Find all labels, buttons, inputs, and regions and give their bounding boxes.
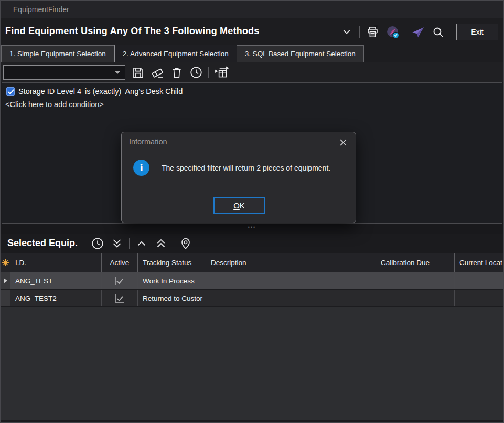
cell-tracking-status[interactable]: Work In Process	[138, 272, 206, 289]
condition-checkbox[interactable]	[6, 87, 15, 96]
selected-equip-band: Selected Equip.	[1, 234, 503, 253]
tab-advanced-equipment-selection[interactable]: 2. Advanced Equipment Selection	[114, 45, 237, 62]
exit-label-pre: E	[471, 28, 476, 36]
clear-filter-eraser-icon[interactable]	[150, 65, 165, 80]
app-title: EquipmentFinder	[13, 5, 69, 14]
tab-simple-equipment-selection[interactable]: 1. Simple Equipment Selection	[1, 45, 114, 62]
dialog-message: The specified filter will return 2 piece…	[162, 164, 330, 172]
ok-label-key: O	[233, 201, 240, 210]
tab-label: 1. Simple Equipment Selection	[9, 50, 106, 58]
new-row-star-icon	[1, 253, 10, 272]
information-icon: i	[133, 160, 149, 176]
column-header-active[interactable]: Active	[102, 253, 138, 272]
condition-field-link[interactable]: Storage ID Level 4	[18, 87, 81, 96]
active-checkbox[interactable]	[115, 277, 124, 285]
dropdown-chevron-icon[interactable]	[339, 25, 354, 39]
cell-active	[102, 290, 138, 306]
tab-label: 2. Advanced Equipment Selection	[123, 50, 229, 58]
cell-current-location[interactable]	[455, 290, 503, 306]
tab-label: 3. SQL Based Equipment Selection	[245, 50, 356, 58]
active-checkbox[interactable]	[115, 294, 124, 303]
table-row[interactable]: ANG_TEST Work In Process	[1, 272, 503, 290]
saved-filter-combobox[interactable]	[3, 65, 125, 80]
retrieve-equipment-grid-icon[interactable]	[213, 65, 230, 80]
move-all-up-icon[interactable]	[154, 236, 168, 251]
add-condition-link[interactable]: <Click here to add condition>	[2, 96, 502, 109]
ok-label-post: K	[240, 201, 245, 210]
selected-equip-toolbar	[90, 236, 193, 251]
tab-sql-based-equipment-selection[interactable]: 3. SQL Based Equipment Selection	[237, 45, 364, 62]
header-toolbar: Exit	[339, 23, 498, 41]
cell-calibration-due[interactable]	[376, 272, 455, 289]
column-header-current-location[interactable]: Current Locat	[455, 253, 503, 272]
cell-description[interactable]	[206, 290, 376, 306]
separator	[405, 26, 405, 38]
page-title: Find Equipment Using Any Of The 3 Follow…	[5, 26, 260, 37]
splitter-grip: •••	[1, 224, 503, 230]
selected-equip-title: Selected Equip.	[7, 238, 78, 249]
information-dialog: Information i The specified filter will …	[121, 132, 356, 223]
cell-active	[102, 272, 138, 289]
row-selector-cell	[1, 290, 10, 306]
separator	[359, 26, 360, 38]
column-header-tracking-status[interactable]: Tracking Status	[138, 253, 206, 272]
equipment-finder-window: EquipmentFinder Find Equipment Using Any…	[0, 0, 504, 423]
current-row-arrow-icon	[4, 278, 7, 283]
save-filter-icon[interactable]	[131, 65, 145, 80]
separator	[208, 67, 209, 78]
delete-filter-trash-icon[interactable]	[169, 65, 184, 80]
cell-calibration-due[interactable]	[376, 290, 455, 306]
cell-tracking-status[interactable]: Returned to Custor	[138, 290, 206, 306]
print-icon[interactable]	[365, 25, 380, 39]
tab-strip: 1. Simple Equipment Selection 2. Advance…	[1, 45, 503, 62]
cell-description[interactable]	[206, 272, 376, 289]
condition-operator-link[interactable]: is (exactly)	[85, 87, 121, 96]
column-header-calibration-due[interactable]: Calibration Due	[376, 253, 455, 272]
filter-condition-row: Storage ID Level 4 is (exactly) Ang's De…	[2, 83, 502, 96]
location-pin-icon[interactable]	[178, 236, 193, 251]
dialog-title: Information	[129, 138, 167, 146]
filter-toolbar	[1, 62, 503, 82]
panel-splitter[interactable]: •••	[1, 224, 503, 234]
separator	[451, 26, 451, 38]
table-row[interactable]: ANG_TEST2 Returned to Custor	[1, 290, 503, 307]
filter-history-clock-icon[interactable]	[189, 65, 203, 80]
history-clock-icon[interactable]	[90, 236, 105, 251]
cell-id[interactable]: ANG_TEST2	[10, 290, 102, 306]
header-band: Find Equipment Using Any Of The 3 Follow…	[1, 18, 503, 45]
search-icon[interactable]	[431, 25, 445, 39]
move-up-icon[interactable]	[134, 236, 149, 251]
cell-current-location[interactable]	[455, 272, 503, 289]
exit-button[interactable]: Exit	[456, 24, 498, 40]
column-header-id[interactable]: I.D.	[10, 253, 102, 272]
exit-label-key: x	[476, 28, 480, 36]
exit-label-post: it	[480, 28, 484, 36]
send-plane-icon[interactable]	[411, 25, 425, 39]
ok-button[interactable]: OK	[213, 197, 265, 214]
compass-verified-icon[interactable]	[385, 25, 400, 39]
dialog-close-icon[interactable]	[338, 137, 348, 147]
condition-value-link[interactable]: Ang's Desk Child	[125, 87, 183, 96]
column-header-description[interactable]: Description	[206, 253, 376, 272]
cell-id[interactable]: ANG_TEST	[10, 272, 102, 289]
move-all-down-icon[interactable]	[110, 236, 124, 251]
selected-equipment-grid: I.D. Active Tracking Status Description …	[1, 253, 503, 420]
combobox-arrow-icon	[115, 71, 120, 74]
row-selector-cell	[1, 272, 10, 289]
grid-header-row: I.D. Active Tracking Status Description …	[1, 253, 503, 272]
title-bar: EquipmentFinder	[1, 1, 503, 18]
separator	[129, 238, 130, 249]
